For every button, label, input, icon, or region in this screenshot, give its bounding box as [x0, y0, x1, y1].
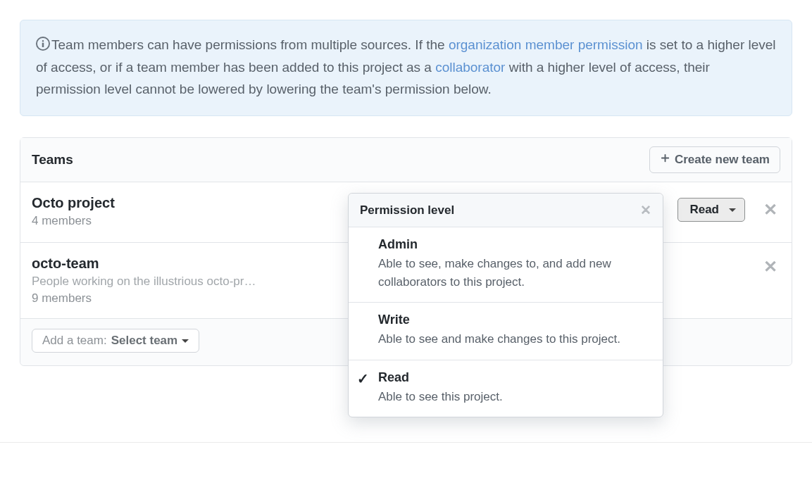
permission-option-write[interactable]: Write Able to see and make changes to th…: [349, 303, 663, 360]
teams-panel: Teams Create new team Octo project 4 mem…: [20, 137, 792, 366]
caret-down-icon: [729, 208, 736, 212]
select-team-label: Select team: [111, 334, 178, 348]
check-icon: ✓: [357, 370, 369, 387]
option-title: Read: [378, 370, 650, 385]
caret-down-icon: [182, 339, 189, 343]
option-desc: Able to see and make changes to this pro…: [378, 330, 650, 348]
remove-team-button[interactable]: ✕: [761, 201, 780, 218]
permission-popover: Permission level ✕ Admin Able to see, ma…: [348, 193, 663, 417]
info-text-1: Team members can have permissions from m…: [51, 37, 449, 52]
option-desc: Able to see this project.: [378, 388, 650, 406]
permission-dropdown[interactable]: Read: [677, 198, 745, 222]
popover-close-button[interactable]: ✕: [640, 202, 651, 218]
panel-header: Teams Create new team: [20, 138, 792, 182]
team-description: People working on the illustrious octo-p…: [32, 275, 299, 289]
info-icon: [36, 36, 50, 57]
permission-option-admin[interactable]: Admin Able to see, make changes to, and …: [349, 227, 663, 303]
collaborator-link[interactable]: collaborator: [435, 60, 505, 75]
add-team-label: Add a team:: [42, 334, 107, 348]
org-permission-link[interactable]: organization member permission: [449, 37, 643, 52]
plus-icon: [660, 153, 670, 167]
permission-option-read[interactable]: ✓ Read Able to see this project.: [349, 360, 663, 417]
panel-title: Teams: [32, 152, 73, 168]
option-desc: Able to see, make changes to, and add ne…: [378, 255, 650, 291]
popover-header: Permission level ✕: [349, 194, 663, 227]
divider: [0, 442, 812, 443]
option-title: Admin: [378, 237, 650, 252]
create-team-label: Create new team: [675, 153, 770, 167]
popover-title: Permission level: [360, 203, 454, 218]
add-team-dropdown[interactable]: Add a team: Select team: [32, 329, 199, 353]
option-title: Write: [378, 313, 650, 327]
permission-value: Read: [689, 203, 719, 217]
create-team-button[interactable]: Create new team: [649, 146, 780, 173]
info-banner: Team members can have permissions from m…: [20, 20, 792, 116]
remove-team-button[interactable]: ✕: [761, 258, 780, 275]
